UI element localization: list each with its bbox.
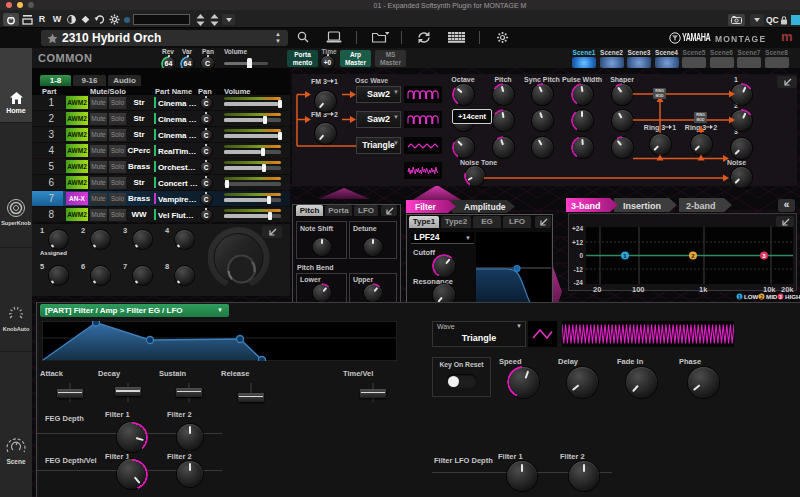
svg-text:HIGH: HIGH (785, 293, 800, 300)
svg-text:3: 3 (779, 295, 782, 300)
svg-text:3-band: 3-band (571, 201, 601, 211)
svg-text:LOW: LOW (744, 293, 759, 300)
svg-text:2: 2 (760, 295, 763, 300)
svg-text:Filter: Filter (415, 202, 436, 212)
svg-text:Insertion: Insertion (623, 201, 661, 211)
svg-text:Amplitude: Amplitude (464, 202, 506, 212)
svg-text:MID: MID (766, 293, 778, 300)
svg-text:2-band: 2-band (686, 201, 716, 211)
svg-text:1: 1 (738, 295, 741, 300)
